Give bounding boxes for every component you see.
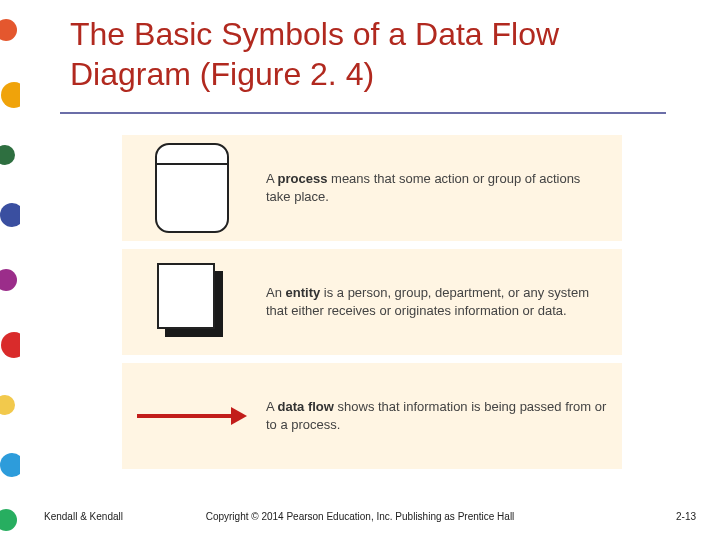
dataflow-arrow-icon bbox=[137, 407, 247, 425]
sidebar-svg bbox=[0, 0, 20, 540]
svg-point-7 bbox=[0, 453, 20, 477]
arrow-line bbox=[137, 414, 231, 418]
sidebar-decor bbox=[0, 0, 20, 540]
symbol-col bbox=[122, 363, 262, 469]
desc-lead: An bbox=[266, 285, 286, 300]
symbol-col bbox=[122, 135, 262, 241]
svg-point-5 bbox=[1, 332, 20, 358]
svg-point-6 bbox=[0, 395, 15, 415]
footer-page-number: 2-13 bbox=[676, 511, 696, 522]
desc-dataflow: A data flow shows that information is be… bbox=[262, 392, 622, 439]
symbol-col bbox=[122, 249, 262, 355]
slide: The Basic Symbols of a Data Flow Diagram… bbox=[0, 0, 720, 540]
svg-point-1 bbox=[1, 82, 20, 108]
desc-entity: An entity is a person, group, department… bbox=[262, 278, 622, 325]
row-process: A process means that some action or grou… bbox=[122, 135, 622, 241]
svg-point-4 bbox=[0, 269, 17, 291]
desc-bold: data flow bbox=[278, 399, 334, 414]
entity-symbol-icon bbox=[157, 263, 227, 341]
figure-2-4: A process means that some action or grou… bbox=[122, 135, 622, 469]
entity-square bbox=[157, 263, 215, 329]
svg-point-0 bbox=[0, 19, 17, 41]
desc-lead: A bbox=[266, 399, 278, 414]
desc-process: A process means that some action or grou… bbox=[262, 164, 622, 211]
row-dataflow: A data flow shows that information is be… bbox=[122, 363, 622, 469]
row-entity: An entity is a person, group, department… bbox=[122, 249, 622, 355]
footer-copyright: Copyright © 2014 Pearson Education, Inc.… bbox=[0, 511, 720, 522]
svg-point-3 bbox=[0, 203, 20, 227]
slide-title: The Basic Symbols of a Data Flow Diagram… bbox=[70, 14, 680, 94]
svg-point-2 bbox=[0, 145, 15, 165]
title-underline bbox=[60, 112, 666, 114]
arrow-head-icon bbox=[231, 407, 247, 425]
desc-bold: process bbox=[278, 171, 328, 186]
desc-lead: A bbox=[266, 171, 278, 186]
process-symbol-icon bbox=[155, 143, 229, 233]
desc-bold: entity bbox=[286, 285, 321, 300]
